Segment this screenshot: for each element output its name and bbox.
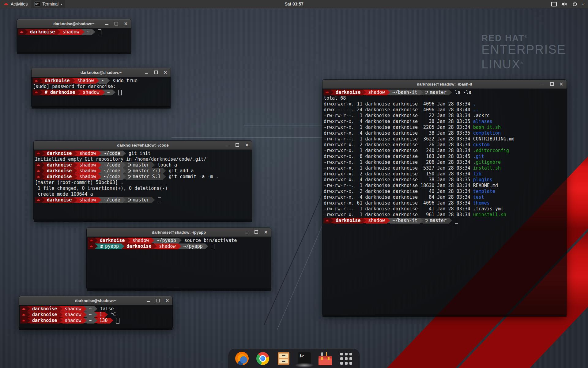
power-icon[interactable]: [572, 2, 577, 6]
prompt-segment-hat: [33, 90, 40, 95]
powerline-arrow-icon: [98, 197, 101, 203]
powerline-arrow-icon: [151, 238, 154, 243]
prompt-segment-hat: [20, 312, 27, 318]
window-titlebar[interactable]: darknoise@shadow:~×: [32, 68, 171, 77]
close-button[interactable]: ×: [559, 82, 564, 86]
window-titlebar[interactable]: darknoise@shadow:~×: [19, 296, 172, 305]
powerline-arrow-icon: [74, 174, 77, 179]
window-title: darknoise@shadow:~: [75, 298, 116, 303]
dock-files-icon[interactable]: [277, 351, 291, 366]
prompt-segment-host: shadow: [62, 318, 84, 324]
maximize-button[interactable]: [154, 70, 158, 75]
output-text: drwxrwxr-x. 4 darknoise darknoise 84 Jan…: [324, 194, 473, 200]
prompt-segment-host: shadow: [75, 78, 96, 84]
terminal-line: darknoiseshadow~/pyappsource bin/activat…: [88, 238, 270, 243]
powerline-arrow-icon: [84, 306, 87, 312]
window-titlebar[interactable]: darknoise@shadow:~/bash-it×: [322, 80, 567, 89]
dock-toolbox-icon[interactable]: [318, 351, 332, 366]
terminal-line: darknoiseshadow~/bash-itmasterls -la: [324, 90, 565, 95]
dock-firefox-icon[interactable]: [235, 351, 249, 366]
close-button[interactable]: ×: [264, 230, 268, 234]
powerline-arrow-icon: [94, 306, 97, 312]
maximize-button[interactable]: [156, 298, 160, 303]
terminal-line: # darknoiseshadow~: [33, 90, 169, 95]
output-text: -rw-rw-r--. 1 darknoise darknoise 18630 …: [324, 183, 473, 189]
powerline-arrow-icon: [94, 318, 97, 323]
maximize-button[interactable]: [550, 82, 554, 86]
powerline-arrow-icon: [74, 151, 77, 156]
prompt-segment-host: shadow: [366, 218, 387, 224]
powerline-arrow-icon: [98, 162, 101, 168]
app-menu-terminal[interactable]: $> Terminal ▾: [31, 0, 65, 8]
prompt-segment-branch: master: [126, 197, 152, 203]
file-name: bash_it.sh: [473, 125, 501, 130]
system-menu-caret-icon[interactable]: ▾: [582, 2, 584, 6]
close-button[interactable]: ×: [124, 21, 128, 26]
redhat-prompt-icon: [34, 90, 38, 94]
powerline-arrow-icon: [42, 174, 45, 179]
prompt-segment-path: ~: [85, 29, 92, 35]
terminal-content[interactable]: darknoiseshadow~falsedarknoiseshadow~1^C…: [19, 305, 172, 330]
close-button[interactable]: ×: [245, 143, 249, 147]
terminal-line: drwxrwxr-x. 4 darknoise darknoise 84 Jan…: [324, 194, 565, 200]
powerline-arrow-icon: [205, 243, 208, 249]
window-buttons: ×: [226, 141, 249, 149]
activities-button[interactable]: Activities: [0, 0, 31, 8]
powerline-arrow-icon: [25, 29, 28, 35]
powerline-arrow-icon: [102, 90, 105, 95]
terminal-line: drwxrwxr-x. 8 darknoise darknoise 163 Ja…: [324, 154, 565, 159]
terminal-content[interactable]: darknoiseshadow~/codegit initInitialized…: [34, 150, 252, 222]
terminal-content[interactable]: darknoiseshadow~/pyappsource bin/activat…: [87, 237, 271, 291]
file-name: test: [473, 194, 484, 200]
minimize-button[interactable]: [105, 21, 109, 26]
command-text: false: [97, 306, 114, 312]
file-name: ..: [473, 107, 479, 113]
maximize-button[interactable]: [254, 230, 258, 234]
dock: $>: [229, 349, 359, 368]
window-titlebar[interactable]: darknoise@shadow:~/pyapp×: [87, 228, 271, 237]
maximize-button[interactable]: [235, 143, 239, 147]
minimize-button[interactable]: [540, 82, 545, 86]
powerline-arrow-icon: [42, 197, 45, 203]
terminal-cursor: [116, 318, 119, 324]
screen-icon[interactable]: [551, 2, 557, 6]
powerline-arrow-icon: [96, 78, 99, 83]
command-text: ls -la: [452, 90, 471, 95]
file-name: completion: [473, 130, 501, 136]
file-name: .editorconfig: [473, 148, 509, 154]
minimize-button[interactable]: [146, 298, 150, 303]
volume-icon[interactable]: [562, 2, 567, 6]
minimize-button[interactable]: [144, 70, 149, 75]
close-button[interactable]: ×: [163, 70, 168, 75]
prompt-segment-user: darknoise: [30, 312, 59, 318]
window-title: darknoise@shadow:~/code: [117, 143, 168, 148]
window-titlebar[interactable]: darknoise@shadow:~/code×: [34, 141, 252, 150]
close-button[interactable]: ×: [165, 298, 169, 303]
dock-chrome-icon[interactable]: [256, 351, 270, 366]
redhat-prompt-icon: [20, 30, 24, 34]
terminal-line: -rwxrwxr-x. 1 darknoise darknoise 206 Ja…: [324, 159, 565, 165]
prompt-segment-path: ~/code: [101, 197, 123, 203]
minimize-button[interactable]: [245, 230, 249, 234]
terminal-content[interactable]: darknoiseshadow~/bash-itmasterls -latota…: [322, 89, 567, 317]
powerline-arrow-icon: [92, 29, 95, 35]
dock-terminal-icon[interactable]: $>: [297, 351, 311, 366]
prompt-segment-path: ~/pyapp: [181, 243, 205, 249]
minimize-button[interactable]: [226, 143, 230, 147]
maximize-button[interactable]: [114, 21, 119, 26]
clock[interactable]: Sat 03:57: [0, 2, 588, 6]
terminal-line: -rw-rw-r--. 1 darknoise darknoise 3622 J…: [324, 136, 565, 142]
terminal-line: darknoiseshadow~1^C: [20, 312, 171, 318]
terminal-line: -rwxrwxr-x. 1 darknoise darknoise 2205 J…: [324, 125, 565, 130]
output-text: drwxrwxr-x. 4 darknoise darknoise 38 Jan…: [324, 177, 473, 183]
terminal-content[interactable]: darknoiseshadow~: [17, 28, 131, 54]
dock-app-grid-icon[interactable]: [339, 351, 353, 366]
prompt-segment-exit: 1: [97, 312, 105, 318]
powerline-arrow-icon: [121, 243, 124, 249]
prompt-segment-hat: [18, 29, 25, 35]
powerline-arrow-icon: [112, 90, 115, 95]
terminal-content[interactable]: darknoiseshadow~sudo true[sudo] password…: [32, 77, 171, 109]
powerline-arrow-icon: [163, 174, 166, 179]
powerline-arrow-icon: [59, 306, 62, 312]
window-titlebar[interactable]: darknoise@shadow:~×: [17, 19, 131, 28]
